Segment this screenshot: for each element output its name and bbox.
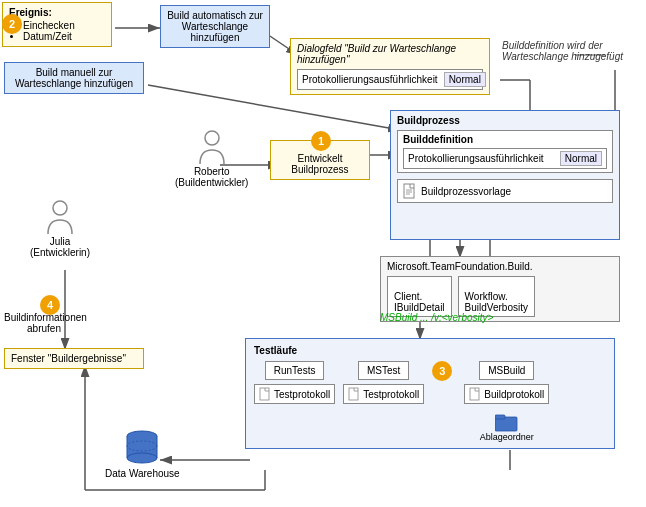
- ms-client: Client. IBuildDetail: [387, 276, 452, 317]
- julia-person: Julia (Entwicklerin): [30, 200, 90, 258]
- svg-rect-33: [470, 388, 479, 400]
- dialog-box: Dialogfeld "Build zur Warteschlange hinz…: [290, 38, 490, 95]
- protokoll1-box: Testprotokoll: [254, 384, 335, 404]
- svg-rect-32: [349, 388, 358, 400]
- data-warehouse: Data Warehouse: [105, 428, 180, 479]
- ms-workflow: Workflow. BuildVerbosity: [458, 276, 535, 317]
- event-item-2: Datum/Zeit: [23, 31, 105, 42]
- number-2: 2: [2, 14, 22, 34]
- fenster-title: Fenster "Buildergebnisse": [11, 353, 126, 364]
- julia-role: (Entwicklerin): [30, 247, 90, 258]
- doc-icon-3: [469, 387, 481, 401]
- runtests-box: RunTests: [265, 361, 325, 380]
- roberto-role: (Buildentwickler): [175, 177, 248, 188]
- number-1: 1: [311, 131, 331, 151]
- build-manual-text: Build manuell zur Warteschlange hinzufüg…: [15, 67, 133, 89]
- mstest-col: MSTest Testprotokoll: [343, 361, 424, 404]
- mstest-box: MSTest: [358, 361, 409, 380]
- builddefinition-field-value: Normal: [560, 151, 602, 166]
- buildinformationen: Buildinformationen abrufen: [4, 312, 84, 334]
- testlaeufe-box: Testläufe RunTests Testprotokoll MSTe: [245, 338, 615, 449]
- roberto-person: Roberto (Buildentwickler): [175, 130, 248, 188]
- event-item-1: Einchecken: [23, 20, 105, 31]
- doc-icon-2: [348, 387, 360, 401]
- builddefinition-box: Builddefinition Protokollierungsausführl…: [397, 130, 613, 173]
- build-auto-text: Build automatisch zur Warteschlange hinz…: [167, 10, 263, 43]
- db-svg: [124, 428, 160, 468]
- svg-point-40: [127, 453, 157, 463]
- buildprozessvorlage-box: Buildprozessvorlage: [397, 179, 613, 203]
- dialog-field: Protokollierungsausführlichkeit Normal: [297, 69, 483, 90]
- builddefinition-title: Builddefinition: [403, 134, 607, 145]
- msbuild-col: MSBuild Buildprotokoll Ablag: [464, 361, 549, 442]
- runtests-col: RunTests Testprotokoll: [254, 361, 335, 404]
- dialog-field-label: Protokollierungsausführlichkeit: [302, 74, 438, 85]
- builddefinition-note: Builddefinition wird der Warteschlange h…: [500, 38, 630, 64]
- buildprozess-title: Buildprozess: [397, 115, 613, 126]
- builddefinition-field-label: Protokollierungsausführlichkeit: [408, 153, 544, 164]
- svg-point-36: [53, 201, 67, 215]
- fenster-box: Fenster "Buildergebnisse": [4, 348, 144, 369]
- event-title: Ereignis:: [9, 7, 105, 18]
- build-auto-box: Build automatisch zur Warteschlange hinz…: [160, 5, 270, 48]
- build-manual-box: Build manuell zur Warteschlange hinzufüg…: [4, 62, 144, 94]
- ms-inner: Client. IBuildDetail Workflow. BuildVerb…: [387, 276, 613, 317]
- ms-title: Microsoft.TeamFoundation.Build.: [387, 261, 613, 272]
- julia-avatar: [44, 200, 76, 236]
- entwickelt-box: 1 Entwickelt Buildprozess: [270, 140, 370, 180]
- entwickelt-label: Entwickelt Buildprozess: [277, 153, 363, 175]
- msbuild-command: MSBuild ... /v:<verbosity>: [380, 312, 493, 323]
- document-icon: [403, 183, 417, 199]
- msbuild-box: MSBuild: [479, 361, 534, 380]
- vorlage-label: Buildprozessvorlage: [421, 186, 511, 197]
- dialog-field-value: Normal: [444, 72, 486, 87]
- folder-icon: [495, 412, 519, 432]
- protokoll2-box: Testprotokoll: [343, 384, 424, 404]
- testlaeufe-inner: RunTests Testprotokoll MSTest: [254, 361, 606, 442]
- ablage-col: Ablageordner: [480, 412, 534, 442]
- buildprozess-box: Buildprozess Builddefinition Protokollie…: [390, 110, 620, 240]
- buildprotokoll-box: Buildprotokoll: [464, 384, 549, 404]
- dialog-title: Dialogfeld "Build zur Warteschlange hinz…: [297, 43, 483, 65]
- roberto-avatar: [196, 130, 228, 166]
- roberto-name: Roberto: [194, 166, 230, 177]
- svg-point-37: [205, 131, 219, 145]
- svg-rect-35: [495, 415, 505, 419]
- doc-icon-1: [259, 387, 271, 401]
- julia-name: Julia: [50, 236, 71, 247]
- diagram: Ereignis: Einchecken Datum/Zeit 2 Build …: [0, 0, 646, 507]
- svg-rect-27: [404, 184, 414, 198]
- number-3: 3: [432, 361, 452, 381]
- testlaeufe-title: Testläufe: [254, 345, 606, 356]
- data-warehouse-label: Data Warehouse: [105, 468, 180, 479]
- svg-rect-31: [260, 388, 269, 400]
- builddefinition-field: Protokollierungsausführlichkeit Normal: [403, 148, 607, 169]
